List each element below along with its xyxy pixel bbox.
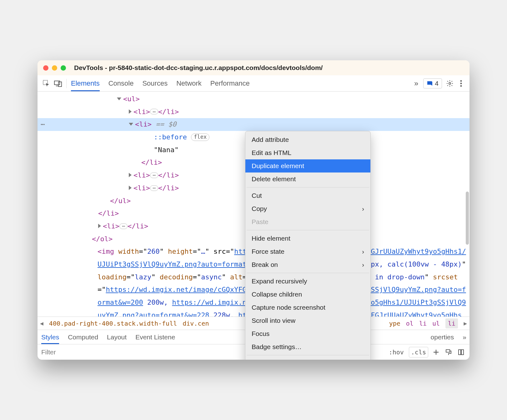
- breadcrumb-item[interactable]: div.cen: [183, 320, 209, 327]
- breadcrumb-item[interactable]: ol: [406, 320, 414, 327]
- window-controls: [43, 65, 66, 71]
- issues-badge[interactable]: 4: [423, 78, 442, 88]
- context-menu-item[interactable]: Focus: [245, 327, 370, 340]
- expand-caret-icon[interactable]: [98, 224, 101, 228]
- breadcrumb-item-active[interactable]: li: [445, 318, 458, 328]
- expand-caret-icon[interactable]: [129, 173, 132, 177]
- dom-node-li-selected[interactable]: <li> == $0: [38, 118, 469, 131]
- context-menu-item[interactable]: Scroll into view: [245, 314, 370, 327]
- context-menu-item[interactable]: Store as global variable: [245, 357, 370, 360]
- subtab-more-icon[interactable]: »: [463, 330, 466, 344]
- context-menu-item[interactable]: Edit as HTML: [245, 146, 370, 159]
- chevron-right-icon: ›: [362, 205, 364, 212]
- expand-caret-icon[interactable]: [129, 123, 133, 126]
- chevron-right-icon: ›: [362, 248, 364, 255]
- breadcrumb-item[interactable]: ul: [432, 320, 440, 327]
- subtab-styles[interactable]: Styles: [41, 330, 59, 344]
- minimize-window-button[interactable]: [52, 65, 57, 71]
- cls-toggle[interactable]: .cls: [409, 347, 428, 358]
- svg-rect-1: [54, 81, 60, 85]
- titlebar: DevTools - pr-5840-static-dot-dcc-stagin…: [38, 60, 469, 75]
- breadcrumb-item[interactable]: 400.pad-right-400.stack.width-full: [49, 320, 177, 327]
- subtab-layout[interactable]: Layout: [107, 330, 127, 344]
- context-menu-separator: [247, 230, 369, 230]
- context-menu-item[interactable]: Badge settings…: [245, 340, 370, 353]
- computed-toggle-icon[interactable]: [456, 348, 466, 357]
- ellipsis-icon[interactable]: ⋯: [119, 223, 128, 229]
- context-menu-item[interactable]: Cut: [245, 189, 370, 202]
- context-menu-item[interactable]: Add attribute: [245, 133, 370, 146]
- toolbar-separator: [66, 79, 67, 88]
- tab-sources[interactable]: Sources: [142, 75, 168, 91]
- expand-caret-icon[interactable]: [129, 109, 132, 114]
- subtab-event-listeners[interactable]: Event Listene: [135, 330, 175, 344]
- svg-point-5: [460, 80, 462, 82]
- context-menu-item[interactable]: Force state›: [245, 245, 370, 258]
- tab-network[interactable]: Network: [176, 75, 202, 91]
- breadcrumb-item[interactable]: li: [419, 320, 427, 327]
- context-menu-item[interactable]: Capture node screenshot: [245, 301, 370, 314]
- new-style-rule-icon[interactable]: [431, 348, 441, 357]
- ellipsis-icon[interactable]: ⋯: [150, 185, 158, 191]
- tab-performance[interactable]: Performance: [210, 75, 250, 91]
- settings-icon[interactable]: [444, 78, 455, 89]
- hov-toggle[interactable]: :hov: [387, 347, 406, 357]
- context-menu[interactable]: Add attributeEdit as HTMLDuplicate eleme…: [245, 131, 371, 360]
- issues-count: 4: [435, 80, 439, 87]
- selected-node-marker: == $0: [152, 120, 176, 128]
- ellipsis-icon[interactable]: ⋯: [150, 109, 158, 114]
- context-menu-item[interactable]: Expand recursively: [245, 275, 370, 288]
- close-window-button[interactable]: [43, 65, 48, 71]
- svg-point-7: [460, 85, 462, 87]
- svg-rect-11: [459, 350, 461, 355]
- issues-icon: [427, 81, 433, 86]
- svg-point-6: [460, 82, 462, 84]
- context-menu-item[interactable]: Duplicate element: [245, 159, 370, 172]
- dom-node-li-collapsed[interactable]: <li>⋯</li>: [38, 106, 469, 118]
- device-toolbar-icon[interactable]: [53, 78, 64, 89]
- chevron-right-icon: ›: [362, 261, 364, 268]
- panel-tabs: Elements Console Sources Network Perform…: [71, 75, 250, 91]
- more-tabs-icon[interactable]: »: [412, 79, 421, 88]
- expand-caret-icon[interactable]: [117, 98, 121, 100]
- context-menu-item: Paste: [245, 215, 370, 228]
- subtab-computed[interactable]: Computed: [68, 330, 98, 344]
- context-menu-separator: [247, 187, 369, 188]
- breadcrumb-next-icon[interactable]: ▶: [464, 320, 467, 327]
- breadcrumb-item[interactable]: ype: [389, 320, 400, 327]
- tab-console[interactable]: Console: [108, 75, 134, 91]
- paint-icon[interactable]: [444, 348, 453, 357]
- ellipsis-icon[interactable]: ⋯: [150, 172, 158, 178]
- context-menu-separator: [247, 273, 369, 273]
- svg-rect-12: [461, 350, 464, 355]
- scrollbar-thumb[interactable]: [466, 192, 469, 245]
- context-menu-item[interactable]: Hide element: [245, 232, 370, 245]
- context-menu-item[interactable]: Copy›: [245, 202, 370, 215]
- context-menu-item[interactable]: Delete element: [245, 172, 370, 186]
- svg-point-4: [449, 82, 451, 84]
- devtools-window: DevTools - pr-5840-static-dot-dcc-stagin…: [38, 60, 469, 360]
- expand-caret-icon[interactable]: [129, 186, 132, 190]
- breadcrumb-prev-icon[interactable]: ◀: [40, 320, 43, 327]
- subtab-properties[interactable]: operties: [431, 330, 454, 344]
- more-options-icon[interactable]: [456, 78, 466, 89]
- context-menu-item[interactable]: Collapse children: [245, 288, 370, 301]
- main-toolbar: Elements Console Sources Network Perform…: [38, 75, 469, 92]
- dom-node-ul[interactable]: <ul>: [38, 93, 469, 106]
- flex-badge[interactable]: flex: [191, 133, 209, 141]
- maximize-window-button[interactable]: [61, 65, 66, 71]
- tab-elements[interactable]: Elements: [71, 75, 100, 91]
- inspect-element-icon[interactable]: [41, 78, 52, 89]
- window-title: DevTools - pr-5840-static-dot-dcc-stagin…: [70, 64, 464, 72]
- svg-rect-10: [446, 350, 450, 352]
- context-menu-item[interactable]: Break on›: [245, 258, 370, 271]
- context-menu-separator: [247, 355, 369, 355]
